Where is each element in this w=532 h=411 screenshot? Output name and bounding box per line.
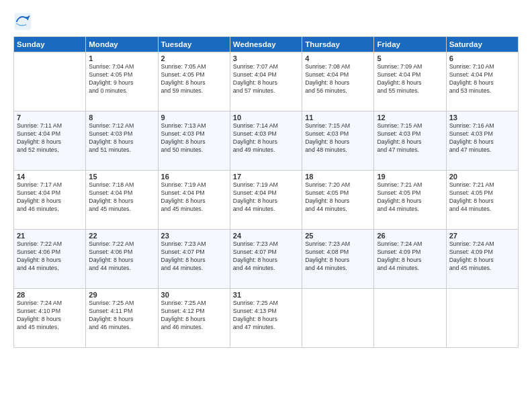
day-number: 16 bbox=[161, 173, 227, 181]
calendar-cell: 7Sunrise: 7:11 AM Sunset: 4:04 PM Daylig… bbox=[14, 111, 86, 171]
calendar-cell: 27Sunrise: 7:24 AM Sunset: 4:09 PM Dayli… bbox=[446, 230, 518, 289]
logo-icon bbox=[13, 12, 32, 31]
day-number: 10 bbox=[233, 113, 299, 122]
day-number: 2 bbox=[161, 54, 227, 62]
day-number: 4 bbox=[305, 54, 371, 62]
day-info: Sunrise: 7:25 AM Sunset: 4:13 PM Dayligh… bbox=[233, 300, 299, 332]
day-info: Sunrise: 7:15 AM Sunset: 4:03 PM Dayligh… bbox=[305, 122, 371, 154]
calendar-cell: 6Sunrise: 7:10 AM Sunset: 4:04 PM Daylig… bbox=[446, 52, 518, 111]
day-number: 19 bbox=[377, 173, 443, 181]
day-number: 30 bbox=[161, 291, 227, 299]
day-number: 27 bbox=[449, 232, 515, 240]
calendar-cell bbox=[374, 289, 446, 348]
calendar-cell: 26Sunrise: 7:24 AM Sunset: 4:09 PM Dayli… bbox=[374, 230, 446, 289]
day-info: Sunrise: 7:17 AM Sunset: 4:04 PM Dayligh… bbox=[17, 181, 83, 214]
calendar-cell bbox=[302, 289, 374, 348]
calendar-cell: 16Sunrise: 7:19 AM Sunset: 4:04 PM Dayli… bbox=[158, 171, 230, 230]
calendar-cell: 5Sunrise: 7:09 AM Sunset: 4:04 PM Daylig… bbox=[374, 52, 446, 111]
day-info: Sunrise: 7:20 AM Sunset: 4:05 PM Dayligh… bbox=[305, 181, 371, 214]
day-info: Sunrise: 7:24 AM Sunset: 4:10 PM Dayligh… bbox=[17, 300, 83, 332]
day-number: 18 bbox=[305, 173, 371, 181]
day-number: 13 bbox=[449, 113, 515, 122]
day-info: Sunrise: 7:21 AM Sunset: 4:05 PM Dayligh… bbox=[449, 181, 515, 214]
calendar-cell: 21Sunrise: 7:22 AM Sunset: 4:06 PM Dayli… bbox=[14, 230, 86, 289]
day-info: Sunrise: 7:25 AM Sunset: 4:12 PM Dayligh… bbox=[161, 300, 227, 332]
weekday-header-monday: Monday bbox=[86, 37, 158, 52]
calendar-cell: 17Sunrise: 7:19 AM Sunset: 4:04 PM Dayli… bbox=[230, 171, 302, 230]
calendar-cell: 18Sunrise: 7:20 AM Sunset: 4:05 PM Dayli… bbox=[302, 171, 374, 230]
day-number: 26 bbox=[377, 232, 443, 240]
calendar-cell: 4Sunrise: 7:08 AM Sunset: 4:04 PM Daylig… bbox=[302, 52, 374, 111]
day-info: Sunrise: 7:15 AM Sunset: 4:03 PM Dayligh… bbox=[377, 122, 443, 154]
day-number: 6 bbox=[449, 54, 515, 62]
weekday-header-saturday: Saturday bbox=[446, 37, 518, 52]
day-number: 11 bbox=[305, 113, 371, 122]
day-info: Sunrise: 7:16 AM Sunset: 4:03 PM Dayligh… bbox=[449, 122, 515, 154]
week-row-4: 21Sunrise: 7:22 AM Sunset: 4:06 PM Dayli… bbox=[14, 230, 519, 289]
calendar-cell: 31Sunrise: 7:25 AM Sunset: 4:13 PM Dayli… bbox=[230, 289, 302, 348]
calendar-cell: 30Sunrise: 7:25 AM Sunset: 4:12 PM Dayli… bbox=[158, 289, 230, 348]
week-row-2: 7Sunrise: 7:11 AM Sunset: 4:04 PM Daylig… bbox=[14, 111, 519, 171]
day-info: Sunrise: 7:23 AM Sunset: 4:07 PM Dayligh… bbox=[233, 240, 299, 273]
day-info: Sunrise: 7:12 AM Sunset: 4:03 PM Dayligh… bbox=[89, 122, 154, 154]
calendar-cell: 12Sunrise: 7:15 AM Sunset: 4:03 PM Dayli… bbox=[374, 111, 446, 171]
day-number: 7 bbox=[17, 113, 83, 122]
day-info: Sunrise: 7:18 AM Sunset: 4:04 PM Dayligh… bbox=[89, 181, 154, 214]
calendar-cell bbox=[446, 289, 518, 348]
day-number: 23 bbox=[161, 232, 227, 240]
day-info: Sunrise: 7:21 AM Sunset: 4:05 PM Dayligh… bbox=[377, 181, 443, 214]
week-row-3: 14Sunrise: 7:17 AM Sunset: 4:04 PM Dayli… bbox=[14, 171, 519, 230]
day-number: 1 bbox=[89, 54, 154, 62]
day-info: Sunrise: 7:19 AM Sunset: 4:04 PM Dayligh… bbox=[233, 181, 299, 214]
day-info: Sunrise: 7:25 AM Sunset: 4:11 PM Dayligh… bbox=[89, 300, 154, 332]
calendar-cell: 24Sunrise: 7:23 AM Sunset: 4:07 PM Dayli… bbox=[230, 230, 302, 289]
day-info: Sunrise: 7:09 AM Sunset: 4:04 PM Dayligh… bbox=[377, 63, 443, 95]
calendar-cell: 25Sunrise: 7:23 AM Sunset: 4:08 PM Dayli… bbox=[302, 230, 374, 289]
day-info: Sunrise: 7:05 AM Sunset: 4:05 PM Dayligh… bbox=[161, 63, 227, 95]
day-info: Sunrise: 7:22 AM Sunset: 4:06 PM Dayligh… bbox=[17, 240, 83, 273]
calendar-cell: 13Sunrise: 7:16 AM Sunset: 4:03 PM Dayli… bbox=[446, 111, 518, 171]
day-number: 28 bbox=[17, 291, 83, 299]
header bbox=[13, 12, 519, 31]
calendar-cell: 3Sunrise: 7:07 AM Sunset: 4:04 PM Daylig… bbox=[230, 52, 302, 111]
day-info: Sunrise: 7:23 AM Sunset: 4:07 PM Dayligh… bbox=[161, 240, 227, 273]
day-info: Sunrise: 7:08 AM Sunset: 4:04 PM Dayligh… bbox=[305, 63, 371, 95]
day-number: 24 bbox=[233, 232, 299, 240]
calendar-cell: 2Sunrise: 7:05 AM Sunset: 4:05 PM Daylig… bbox=[158, 52, 230, 111]
day-number: 20 bbox=[449, 173, 515, 181]
weekday-header-wednesday: Wednesday bbox=[230, 37, 302, 52]
calendar-cell: 15Sunrise: 7:18 AM Sunset: 4:04 PM Dayli… bbox=[86, 171, 158, 230]
calendar-cell: 29Sunrise: 7:25 AM Sunset: 4:11 PM Dayli… bbox=[86, 289, 158, 348]
weekday-header-tuesday: Tuesday bbox=[158, 37, 230, 52]
day-number: 15 bbox=[89, 173, 154, 181]
day-info: Sunrise: 7:14 AM Sunset: 4:03 PM Dayligh… bbox=[233, 122, 299, 154]
day-number: 25 bbox=[305, 232, 371, 240]
day-number: 5 bbox=[377, 54, 443, 62]
calendar-cell: 8Sunrise: 7:12 AM Sunset: 4:03 PM Daylig… bbox=[86, 111, 158, 171]
logo bbox=[13, 12, 35, 31]
calendar-cell: 23Sunrise: 7:23 AM Sunset: 4:07 PM Dayli… bbox=[158, 230, 230, 289]
weekday-header-row: SundayMondayTuesdayWednesdayThursdayFrid… bbox=[14, 37, 519, 52]
weekday-header-friday: Friday bbox=[374, 37, 446, 52]
day-info: Sunrise: 7:11 AM Sunset: 4:04 PM Dayligh… bbox=[17, 122, 83, 154]
calendar: SundayMondayTuesdayWednesdayThursdayFrid… bbox=[13, 36, 519, 348]
day-number: 12 bbox=[377, 113, 443, 122]
day-number: 17 bbox=[233, 173, 299, 181]
day-number: 31 bbox=[233, 291, 299, 299]
calendar-cell bbox=[14, 52, 86, 111]
calendar-cell: 19Sunrise: 7:21 AM Sunset: 4:05 PM Dayli… bbox=[374, 171, 446, 230]
calendar-cell: 14Sunrise: 7:17 AM Sunset: 4:04 PM Dayli… bbox=[14, 171, 86, 230]
day-info: Sunrise: 7:24 AM Sunset: 4:09 PM Dayligh… bbox=[377, 240, 443, 273]
calendar-cell: 11Sunrise: 7:15 AM Sunset: 4:03 PM Dayli… bbox=[302, 111, 374, 171]
day-number: 29 bbox=[89, 291, 154, 299]
day-number: 8 bbox=[89, 113, 154, 122]
day-number: 21 bbox=[17, 232, 83, 240]
day-number: 14 bbox=[17, 173, 83, 181]
calendar-body: 1Sunrise: 7:04 AM Sunset: 4:05 PM Daylig… bbox=[14, 52, 519, 348]
day-info: Sunrise: 7:04 AM Sunset: 4:05 PM Dayligh… bbox=[89, 63, 154, 95]
calendar-cell: 1Sunrise: 7:04 AM Sunset: 4:05 PM Daylig… bbox=[86, 52, 158, 111]
day-info: Sunrise: 7:24 AM Sunset: 4:09 PM Dayligh… bbox=[449, 240, 515, 273]
week-row-5: 28Sunrise: 7:24 AM Sunset: 4:10 PM Dayli… bbox=[14, 289, 519, 348]
calendar-cell: 28Sunrise: 7:24 AM Sunset: 4:10 PM Dayli… bbox=[14, 289, 86, 348]
calendar-cell: 10Sunrise: 7:14 AM Sunset: 4:03 PM Dayli… bbox=[230, 111, 302, 171]
